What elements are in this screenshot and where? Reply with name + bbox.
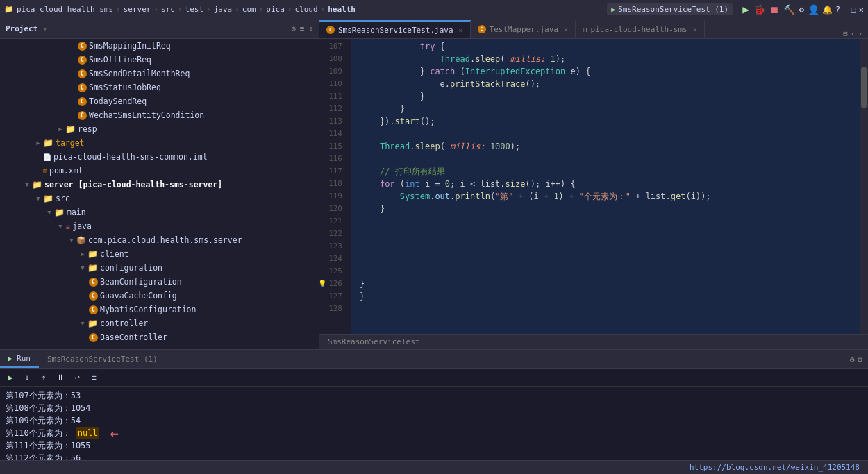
stop-button[interactable]: ⏹ <box>769 4 779 15</box>
tree-item-SmsSendDetailMonthReq[interactable]: C SmsSendDetailMonthReq <box>0 67 319 81</box>
scrollbar-thumb[interactable] <box>861 67 867 108</box>
tree-item-TodaySendReq[interactable]: C TodaySendReq <box>0 94 319 108</box>
tab-close-button[interactable]: ✕ <box>564 26 568 33</box>
expand-arrow: ▼ <box>22 180 32 189</box>
class-icon: C <box>78 56 87 65</box>
arrow-indicator: ← <box>110 427 119 439</box>
tree-item-java[interactable]: ▼ ☕ java <box>0 219 319 233</box>
tree-item-package[interactable]: ▼ 📦 com.pica.cloud.health.sms.server <box>0 233 319 247</box>
maximize-button[interactable]: □ <box>851 5 856 15</box>
maven-icon: m <box>583 25 587 34</box>
tree-item-configuration[interactable]: ▼ 📁 configuration <box>0 261 319 275</box>
editor-status: SmsReasonServiceTest <box>319 334 868 349</box>
tree-item-WechatSmsEntityCondition[interactable]: C WechatSmsEntityCondition <box>0 108 319 122</box>
minimize-button[interactable]: — <box>843 5 848 15</box>
tab-close-button[interactable]: ✕ <box>459 26 463 34</box>
scroll-up-button[interactable]: ↑ <box>36 370 51 385</box>
chevron-right-icon[interactable]: › <box>858 29 862 38</box>
tree-label: com.pica.cloud.health.sms.server <box>88 235 242 245</box>
split-editor-icon[interactable]: ⊟ <box>843 29 848 38</box>
tree-item-pom[interactable]: m pom.xml <box>0 164 319 178</box>
breadcrumb-label-3: test <box>185 5 204 14</box>
bottom-status: https://blog.csdn.net/weixin_41205148 <box>0 460 868 474</box>
console-text: 第111个元素为：1055 <box>6 439 91 452</box>
tab-TestMapper[interactable]: C TestMapper.java ✕ <box>471 20 576 38</box>
module-icon: 📁 <box>32 180 42 189</box>
console-content: 第107个元素为：53 第108个元素为：1054 第109个元素为：54 第1… <box>0 387 868 460</box>
tree-item-GuavaCacheConfig[interactable]: C GuavaCacheConfig <box>0 289 319 303</box>
code-line-128 <box>351 303 860 315</box>
line-124: 124 <box>319 253 345 265</box>
tree-item-BeanConfiguration[interactable]: C BeanConfiguration <box>0 275 319 289</box>
line-112: 112 <box>319 103 345 115</box>
close-button[interactable]: ✕ <box>859 5 864 15</box>
tree-item-SmsMappingInitReq[interactable]: C SmsMappingInitReq <box>0 39 319 53</box>
code-line-113: }).start(); <box>351 115 860 128</box>
gear-icon[interactable]: ⚙ <box>291 24 296 33</box>
pause-button[interactable]: ⏸ <box>53 370 68 385</box>
tree-item-main[interactable]: ▼ 📁 main <box>0 205 319 219</box>
src-icon: 📁 <box>43 194 53 203</box>
chevron-left-icon[interactable]: ‹ <box>851 29 856 38</box>
bottom-tab-config[interactable]: SmsReasonServiceTest (1) <box>39 351 166 368</box>
tree-item-controller[interactable]: ▼ 📁 controller <box>0 316 319 330</box>
java-icon: ☕ <box>65 221 70 231</box>
folder-icon: 📁 <box>4 5 14 14</box>
console-line-2: 第109个元素为：54 <box>6 414 862 427</box>
filter-console-button[interactable]: ≡ <box>86 370 101 385</box>
panel-header-icons: ⚙ ≡ ↕ <box>291 24 313 33</box>
tabs-bar: C SmsReasonServiceTest.java ✕ C TestMapp… <box>319 19 868 39</box>
settings-icon[interactable]: ⚙ <box>799 5 804 15</box>
settings-gear-icon[interactable]: ⚙ <box>850 355 855 364</box>
filter-icon[interactable]: ≡ <box>300 24 305 33</box>
play-console-button[interactable]: ▶ <box>3 370 18 385</box>
breadcrumb-label-5: com <box>242 5 256 14</box>
code-line-114 <box>351 128 860 140</box>
tree-item-BaseController[interactable]: C BaseController <box>0 330 319 344</box>
line-115: 115 <box>319 140 345 153</box>
tab-close-button[interactable]: ✕ <box>693 26 697 33</box>
console-text: 第107个元素为：53 <box>6 389 81 402</box>
folder-icon: 📁 <box>43 138 53 148</box>
line-127: 127 <box>319 290 345 303</box>
editor-scrollbar[interactable] <box>860 39 868 334</box>
bottom-tab-run[interactable]: ▶ Run <box>0 351 39 368</box>
scroll-down-button[interactable]: ↓ <box>19 370 35 385</box>
console-line-0: 第107个元素为：53 <box>6 389 862 402</box>
code-line-107: try { <box>351 40 860 53</box>
code-line-112: } <box>351 103 860 115</box>
tree-label: client <box>100 249 129 259</box>
class-icon: C <box>78 111 87 120</box>
tree-label: MybatisConfiguration <box>100 305 196 314</box>
tree-label: SmsSendDetailMonthReq <box>89 69 190 78</box>
run-config-selector[interactable]: ▶ SmsReasonServiceTest (1) <box>607 3 733 15</box>
tree-item-client[interactable]: ▶ 📁 client <box>0 247 319 261</box>
tree-item-server[interactable]: ▼ 📁 server [pica-cloud-health-sms-server… <box>0 178 319 192</box>
panel-settings-icon[interactable]: ⚙ <box>858 355 862 364</box>
tree-label: pica-cloud-health-sms-common.iml <box>53 152 208 162</box>
console-text: 第109个元素为：54 <box>6 414 81 427</box>
line-107: 107 <box>319 40 345 53</box>
expand-arrow: ▼ <box>56 221 65 231</box>
tab-SmsReasonServiceTest[interactable]: C SmsReasonServiceTest.java ✕ <box>319 20 471 38</box>
project-tree: C SmsMappingInitReq C SmsOfflineReq C Sm… <box>0 39 319 349</box>
tree-label: target <box>56 138 85 148</box>
debug-button[interactable]: 🐞 <box>753 4 765 15</box>
build-button[interactable]: 🔨 <box>783 4 795 15</box>
tree-item-target[interactable]: ▶ 📁 target <box>0 136 319 150</box>
play-button[interactable]: ▶ <box>742 3 749 16</box>
code-content[interactable]: try { Thread.sleep( millis: 1); } catch … <box>351 39 860 334</box>
sidebar: Project ▾ ⚙ ≡ ↕ C SmsMappingInitReq <box>0 19 319 349</box>
tree-item-resp[interactable]: ▶ 📁 resp <box>0 122 319 136</box>
tree-item-MybatisConfiguration[interactable]: C MybatisConfiguration <box>0 303 319 316</box>
maven-icon: m <box>43 167 47 175</box>
tree-item-SmsStatusJobReq[interactable]: C SmsStatusJobReq <box>0 81 319 94</box>
bottom-tabs: ▶ Run SmsReasonServiceTest (1) ⚙ ⚙ <box>0 350 868 369</box>
code-line-121 <box>351 215 860 228</box>
tree-item-src[interactable]: ▼ 📁 src <box>0 192 319 205</box>
collapse-icon[interactable]: ↕ <box>308 24 313 33</box>
tree-item-SmsOfflineReq[interactable]: C SmsOfflineReq <box>0 53 319 67</box>
tab-pica-cloud[interactable]: m pica-cloud-health-sms ✕ <box>576 20 705 38</box>
wrap-button[interactable]: ↩ <box>69 370 85 385</box>
tree-item-iml[interactable]: 📄 pica-cloud-health-sms-common.iml <box>0 150 319 164</box>
